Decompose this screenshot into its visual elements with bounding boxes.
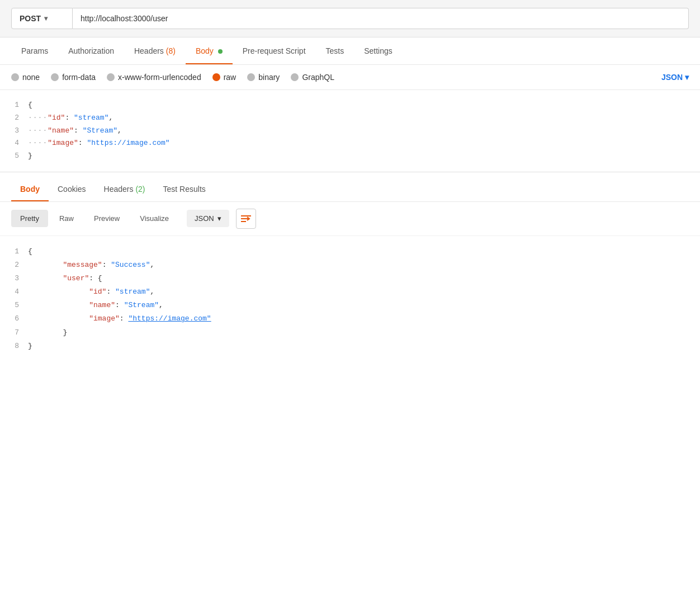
response-tab-body[interactable]: Body	[11, 177, 49, 201]
method-chevron: ▾	[44, 15, 48, 22]
response-json-dropdown[interactable]: JSON ▾	[187, 210, 229, 227]
wrap-button[interactable]	[236, 209, 256, 229]
req-line-3: 3 ····"name": "Stream",	[0, 125, 700, 138]
format-pretty-btn[interactable]: Pretty	[11, 210, 48, 227]
url-input[interactable]	[73, 8, 689, 29]
radio-form-data-circle	[51, 73, 59, 81]
body-active-dot	[218, 49, 223, 54]
method-label: POST	[20, 14, 41, 23]
tab-headers[interactable]: Headers (8)	[124, 37, 186, 64]
req-line-1: 1 {	[0, 99, 700, 112]
radio-none-circle	[11, 73, 19, 81]
resp-line-3: 3 "user": {	[0, 272, 700, 285]
request-body-editor[interactable]: 1 { 2 ····"id": "stream", 3 ····"name": …	[0, 90, 700, 172]
response-tab-nav: Body Cookies Headers (2) Test Results	[0, 177, 700, 202]
resp-line-4: 4 "id": "stream",	[0, 285, 700, 299]
tab-params[interactable]: Params	[11, 37, 58, 64]
tab-tests[interactable]: Tests	[316, 37, 354, 64]
radio-none[interactable]: none	[11, 73, 40, 82]
tab-settings[interactable]: Settings	[354, 37, 403, 64]
resp-line-7: 7 }	[0, 326, 700, 340]
json-type-dropdown[interactable]: JSON ▾	[661, 73, 689, 82]
tab-authorization[interactable]: Authorization	[58, 37, 124, 64]
format-preview-btn[interactable]: Preview	[85, 210, 129, 227]
resp-line-8: 8 }	[0, 340, 700, 353]
headers-badge: (8)	[166, 46, 176, 55]
resp-line-1: 1 {	[0, 245, 700, 258]
radio-binary-circle	[247, 73, 255, 81]
radio-urlencoded[interactable]: x-www-form-urlencoded	[107, 73, 201, 82]
req-line-5: 5 }	[0, 150, 700, 163]
tab-prerequest[interactable]: Pre-request Script	[233, 37, 316, 64]
method-selector[interactable]: POST ▾	[11, 8, 73, 29]
radio-graphql-circle	[291, 73, 299, 81]
radio-raw[interactable]: raw	[212, 73, 237, 82]
response-headers-badge: (2)	[135, 185, 145, 194]
radio-urlencoded-circle	[107, 73, 115, 81]
radio-raw-circle	[212, 73, 220, 81]
resp-line-2: 2 "message": "Success",	[0, 258, 700, 272]
response-toolbar: Pretty Raw Preview Visualize JSON ▾	[0, 202, 700, 236]
radio-binary[interactable]: binary	[247, 73, 280, 82]
response-tab-cookies[interactable]: Cookies	[49, 177, 95, 201]
response-tab-test-results[interactable]: Test Results	[154, 177, 215, 201]
radio-graphql[interactable]: GraphQL	[291, 73, 334, 82]
url-bar: POST ▾	[0, 0, 700, 37]
body-type-row: none form-data x-www-form-urlencoded raw…	[0, 65, 700, 90]
req-line-2: 2 ····"id": "stream",	[0, 112, 700, 125]
tab-body[interactable]: Body	[186, 37, 233, 64]
resp-line-6: 6 "image": "https://image.com"	[0, 312, 700, 326]
radio-form-data[interactable]: form-data	[51, 73, 96, 82]
response-body-editor: 1 { 2 "message": "Success", 3 "user": { …	[0, 236, 700, 362]
format-visualize-btn[interactable]: Visualize	[131, 210, 178, 227]
format-raw-btn[interactable]: Raw	[50, 210, 83, 227]
request-tab-nav: Params Authorization Headers (8) Body Pr…	[0, 37, 700, 65]
response-tab-headers[interactable]: Headers (2)	[95, 177, 154, 201]
req-line-4: 4 ····"image": "https://image.com"	[0, 137, 700, 150]
resp-line-5: 5 "name": "Stream",	[0, 299, 700, 312]
response-section: Body Cookies Headers (2) Test Results Pr…	[0, 172, 700, 362]
